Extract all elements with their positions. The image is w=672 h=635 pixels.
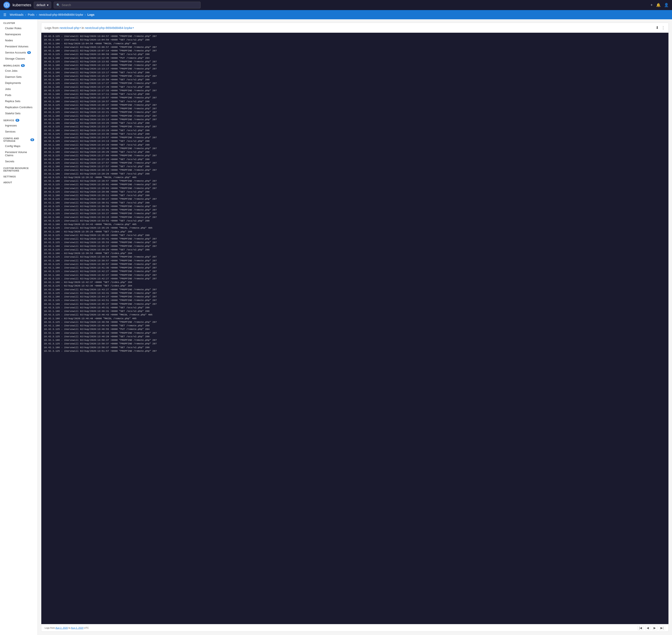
sidebar-item-deployments[interactable]: Deployments: [0, 80, 38, 86]
add-icon[interactable]: +: [650, 3, 653, 7]
log-line: 10.42.1.186 - ikaruswill 02/Aug/2020:13:…: [44, 331, 666, 335]
log-line: 10.42.3.125 - ikaruswill 02/Aug/2020:13:…: [44, 197, 666, 201]
search-bar[interactable]: 🔍 Search: [54, 2, 200, 8]
sidebar-item-jobs[interactable]: Jobs: [0, 86, 38, 92]
log-line: 10.42.1.186 - ikaruswill 02/Aug/2020:13:…: [44, 71, 666, 74]
dropdown-arrow-icon: ▾: [47, 3, 48, 7]
nav-next-button[interactable]: ▶: [652, 626, 657, 630]
log-line: 10.42.3.125 - ikaruswill 02/Aug/2020:13:…: [44, 147, 666, 150]
user-menu-icon[interactable]: 👤: [664, 3, 669, 7]
log-line: 10.42.3.125 - ikaruswill 02/Aug/2020:13:…: [44, 269, 666, 273]
log-line: 10.42.1.186 - ikaruswill 02/Aug/2020:13:…: [44, 38, 666, 42]
log-line: 10.42.1.186 - ikaruswill 02/Aug/2020:13:…: [44, 100, 666, 103]
log-line: 10.42.3.125 - ikaruswill 02/Aug/2020:13:…: [44, 103, 666, 107]
log-line: 10.42.3.125 - ikaruswill 02/Aug/2020:13:…: [44, 248, 666, 251]
log-container-selector[interactable]: nextcloud-php ▾: [60, 26, 81, 29]
sidebar-item-secrets[interactable]: Secrets: [0, 158, 38, 165]
log-title: Logs from nextcloud-php ▾ in nextcloud-p…: [45, 26, 656, 29]
log-end-date[interactable]: Aug 2, 2020: [71, 627, 83, 629]
log-line: 10.42.1.186 - ikaruswill 02/Aug/2020:13:…: [44, 309, 666, 313]
log-line: 10.42.3.125 - ikaruswill 02/Aug/2020:13:…: [44, 60, 666, 63]
log-line: 10.42.1.186 - ikaruswill 02/Aug/2020:13:…: [44, 259, 666, 262]
nav-prev-button[interactable]: ◀: [645, 626, 650, 630]
sidebar-item-cluster-roles[interactable]: Cluster Roles: [0, 25, 38, 31]
svg-line-5: [7, 5, 8, 5]
breadcrumb-sep-2: ›: [36, 13, 37, 16]
log-line: 10.42.1.186 - ikaruswill 02/Aug/2020:13:…: [44, 201, 666, 204]
log-line: 10.42.1.186 - ikaruswill 02/Aug/2020:13:…: [44, 107, 666, 110]
log-body[interactable]: 10.42.3.125 - ikaruswill 02/Aug/2020:13:…: [41, 33, 668, 624]
svg-line-4: [6, 4, 6, 5]
more-options-button[interactable]: ⋮: [661, 25, 665, 30]
breadcrumb-current: Logs: [87, 13, 94, 16]
log-line: 10.42.1.186 - ikaruswill 02/Aug/2020:13:…: [44, 324, 666, 327]
log-line: 10.42.3.125 - ikaruswill 02/Aug/2020:13:…: [44, 154, 666, 157]
log-line: 10.42.3.125 - ikaruswill 02/Aug/2020:13:…: [44, 349, 666, 353]
log-line: 10.42.3.125 - ikaruswill 02/Aug/2020:13:…: [44, 342, 666, 345]
log-line: 10.42.3.125 - ikaruswill 02/Aug/2020:13:…: [44, 110, 666, 114]
log-line: 10.42.1.186 - ikaruswill 02/Aug/2020:13:…: [44, 273, 666, 277]
log-line: 10.42.1.186 - ikaruswill 02/Aug/2020:13:…: [44, 150, 666, 154]
sidebar-item-pvc[interactable]: Persistent Volume Claims: [0, 149, 38, 158]
pod-dropdown-icon: ▾: [133, 27, 134, 29]
log-line: 10.42.3.125 - ikaruswill 02/Aug/2020:13:…: [44, 125, 666, 128]
log-footer-text: Logs from Aug 2, 2020 to Aug 2, 2020 UTC: [45, 627, 89, 629]
log-start-date[interactable]: Aug 2, 2020: [56, 627, 68, 629]
sidebar-section-service: Service N: [0, 116, 38, 123]
log-line: 10.42.3.125 - ikaruswill 02/Aug/2020:13:…: [44, 255, 666, 259]
namespace-selector[interactable]: default ▾: [34, 2, 51, 8]
config-badge: N: [30, 138, 34, 141]
sidebar-item-daemon-sets[interactable]: Daemon Sets: [0, 74, 38, 80]
nav-last-button[interactable]: ▶|: [659, 626, 665, 630]
log-line: 10.42.3.125 - ikaruswill 02/Aug/2020:13:…: [44, 81, 666, 85]
log-line: 10.42.3.125 - ikaruswill 02/Aug/2020:13:…: [44, 335, 666, 338]
sidebar-item-ingresses[interactable]: Ingresses: [0, 123, 38, 129]
sidebar-item-namespaces[interactable]: Namespaces: [0, 31, 38, 37]
breadcrumb-workloads[interactable]: Workloads: [9, 13, 23, 16]
sidebar-item-replication-controllers[interactable]: Replication Controllers: [0, 104, 38, 110]
log-line: 10.42.1.186 - ikaruswill 02/Aug/2020:13:…: [44, 194, 666, 197]
workloads-badge: N: [21, 64, 25, 67]
sidebar-item-nodes[interactable]: Nodes: [0, 37, 38, 43]
sidebar-item-replica-sets[interactable]: Replica Sets: [0, 98, 38, 104]
sidebar-section-settings[interactable]: Settings: [0, 173, 38, 179]
sidebar-item-stateful-sets[interactable]: Stateful Sets: [0, 110, 38, 116]
log-line: 10.42.1.186 - ikaruswill 02/Aug/2020:13:…: [44, 49, 666, 52]
log-line: 10.42.3.125 - ikaruswill 02/Aug/2020:13:…: [44, 190, 666, 194]
log-line: 10.42.3.125 - ikaruswill 02/Aug/2020:13:…: [44, 241, 666, 244]
log-pod-selector[interactable]: nextcloud-php-86949d8484-lzq4w ▾: [85, 26, 134, 29]
svg-line-6: [7, 4, 8, 5]
download-button[interactable]: ⬇: [656, 25, 659, 30]
svg-point-1: [6, 5, 7, 5]
log-line: 10.42.3.125 - ikaruswill 02/Aug/2020:13:…: [44, 313, 666, 316]
log-line: 10.42.3.125 - ikaruswill 02/Aug/2020:13:…: [44, 52, 666, 56]
log-line: 10.42.1.186 - ikaruswill 02/Aug/2020:13:…: [44, 338, 666, 342]
nav-first-button[interactable]: |◀: [637, 626, 644, 630]
log-line: 10.42.1.186 - ikaruswill 02/Aug/2020:13:…: [44, 63, 666, 67]
sidebar-item-service-accounts[interactable]: Service Accounts N: [0, 49, 38, 56]
notification-icon[interactable]: 🔔: [656, 3, 661, 7]
breadcrumb-pods[interactable]: Pods: [28, 13, 35, 16]
sidebar-item-persistent-volumes[interactable]: Persistent Volumes: [0, 43, 38, 49]
hamburger-icon[interactable]: ☰: [3, 13, 6, 17]
log-line: 10.42.1.186 - ikaruswill 02/Aug/2020:13:…: [44, 237, 666, 241]
sidebar-item-services[interactable]: Services: [0, 129, 38, 135]
main-layout: Cluster Cluster Roles Namespaces Nodes P…: [0, 19, 672, 635]
log-line: 10.42.1.186 - ikaruswill 02/Aug/2020:13:…: [44, 208, 666, 212]
log-line: 10.42.1.186 - ikaruswill 02/Aug/2020:13:…: [44, 129, 666, 132]
top-nav: kubernetes default ▾ 🔍 Search + 🔔 👤: [0, 0, 672, 10]
sidebar-section-crd[interactable]: Custom Resource Definitions: [0, 165, 38, 173]
log-line: 10.42.3.125 - ikaruswill 02/Aug/2020:13:…: [44, 139, 666, 143]
sidebar-item-storage-classes[interactable]: Storage Classes: [0, 56, 38, 62]
sidebar-section-about[interactable]: About: [0, 179, 38, 184]
log-line: 10.42.1.186 - ikaruswill 02/Aug/2020:13:…: [44, 157, 666, 161]
breadcrumb-pod-name[interactable]: nextcloud-php-86949d8484-lzq4w: [39, 13, 83, 16]
log-actions: ⬇ ⋮: [656, 25, 665, 30]
sidebar: Cluster Cluster Roles Namespaces Nodes P…: [0, 19, 38, 635]
log-line: 10.42.1.186 - 02/Aug/2020:13:39:53 +0000…: [44, 251, 666, 255]
sidebar-item-cron-jobs[interactable]: Cron Jobs: [0, 68, 38, 74]
sidebar-item-config-maps[interactable]: Config Maps: [0, 143, 38, 149]
sidebar-item-pods[interactable]: Pods: [0, 92, 38, 98]
kubernetes-logo: [3, 2, 10, 8]
service-accounts-badge: N: [27, 51, 31, 54]
